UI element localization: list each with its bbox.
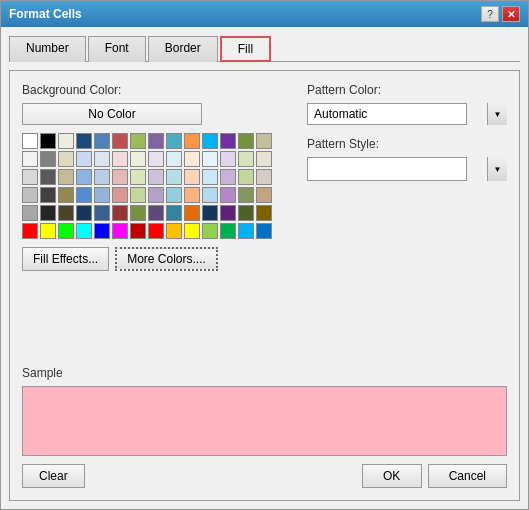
- color-cell-3-9[interactable]: [184, 187, 200, 203]
- color-cell-2-0[interactable]: [22, 169, 38, 185]
- color-cell-1-12[interactable]: [238, 151, 254, 167]
- color-cell-2-8[interactable]: [166, 169, 182, 185]
- color-cell-5-13[interactable]: [256, 223, 272, 239]
- color-cell-2-10[interactable]: [202, 169, 218, 185]
- pattern-color-dropdown[interactable]: Automatic: [307, 103, 467, 125]
- color-cell-2-9[interactable]: [184, 169, 200, 185]
- no-color-button[interactable]: No Color: [22, 103, 202, 125]
- dialog-content: Number Font Border Fill Background Color…: [1, 27, 528, 509]
- color-cell-4-11[interactable]: [220, 205, 236, 221]
- fill-effects-button[interactable]: Fill Effects...: [22, 247, 109, 271]
- color-cell-4-6[interactable]: [130, 205, 146, 221]
- color-cell-1-4[interactable]: [94, 151, 110, 167]
- color-cell-0-0[interactable]: [22, 133, 38, 149]
- color-cell-5-12[interactable]: [238, 223, 254, 239]
- color-cell-2-7[interactable]: [148, 169, 164, 185]
- color-cell-4-3[interactable]: [76, 205, 92, 221]
- color-cell-0-4[interactable]: [94, 133, 110, 149]
- color-cell-0-8[interactable]: [166, 133, 182, 149]
- ok-button[interactable]: OK: [362, 464, 422, 488]
- color-cell-1-2[interactable]: [58, 151, 74, 167]
- tab-number[interactable]: Number: [9, 36, 86, 62]
- color-cell-3-1[interactable]: [40, 187, 56, 203]
- color-cell-0-11[interactable]: [220, 133, 236, 149]
- color-cell-2-6[interactable]: [130, 169, 146, 185]
- tab-font[interactable]: Font: [88, 36, 146, 62]
- color-cell-5-2[interactable]: [58, 223, 74, 239]
- color-cell-5-4[interactable]: [94, 223, 110, 239]
- color-cell-5-7[interactable]: [148, 223, 164, 239]
- help-button[interactable]: ?: [481, 6, 499, 22]
- color-cell-2-11[interactable]: [220, 169, 236, 185]
- color-cell-1-10[interactable]: [202, 151, 218, 167]
- color-cell-3-0[interactable]: [22, 187, 38, 203]
- color-cell-0-13[interactable]: [256, 133, 272, 149]
- color-cell-5-10[interactable]: [202, 223, 218, 239]
- color-cell-4-13[interactable]: [256, 205, 272, 221]
- color-cell-5-5[interactable]: [112, 223, 128, 239]
- color-cell-0-1[interactable]: [40, 133, 56, 149]
- color-cell-3-11[interactable]: [220, 187, 236, 203]
- color-cell-1-11[interactable]: [220, 151, 236, 167]
- tab-border[interactable]: Border: [148, 36, 218, 62]
- color-cell-1-3[interactable]: [76, 151, 92, 167]
- color-cell-5-6[interactable]: [130, 223, 146, 239]
- color-cell-3-2[interactable]: [58, 187, 74, 203]
- color-cell-5-8[interactable]: [166, 223, 182, 239]
- color-cell-4-10[interactable]: [202, 205, 218, 221]
- pattern-style-dropdown[interactable]: [307, 157, 467, 181]
- color-cell-1-1[interactable]: [40, 151, 56, 167]
- color-cell-4-4[interactable]: [94, 205, 110, 221]
- color-cell-3-7[interactable]: [148, 187, 164, 203]
- color-cell-1-13[interactable]: [256, 151, 272, 167]
- color-cell-4-1[interactable]: [40, 205, 56, 221]
- clear-button[interactable]: Clear: [22, 464, 85, 488]
- style-dropdown-arrow-icon: ▼: [487, 157, 507, 181]
- color-cell-2-12[interactable]: [238, 169, 254, 185]
- color-cell-4-12[interactable]: [238, 205, 254, 221]
- color-cell-3-13[interactable]: [256, 187, 272, 203]
- color-cell-2-4[interactable]: [94, 169, 110, 185]
- color-cell-0-9[interactable]: [184, 133, 200, 149]
- cancel-button[interactable]: Cancel: [428, 464, 507, 488]
- color-cell-3-8[interactable]: [166, 187, 182, 203]
- color-cell-4-9[interactable]: [184, 205, 200, 221]
- color-cell-4-0[interactable]: [22, 205, 38, 221]
- color-cell-1-5[interactable]: [112, 151, 128, 167]
- color-cell-5-3[interactable]: [76, 223, 92, 239]
- color-cell-1-9[interactable]: [184, 151, 200, 167]
- color-cell-0-6[interactable]: [130, 133, 146, 149]
- color-cell-0-2[interactable]: [58, 133, 74, 149]
- color-cell-4-7[interactable]: [148, 205, 164, 221]
- color-cell-1-6[interactable]: [130, 151, 146, 167]
- color-cell-5-9[interactable]: [184, 223, 200, 239]
- color-cell-3-4[interactable]: [94, 187, 110, 203]
- color-cell-0-5[interactable]: [112, 133, 128, 149]
- tab-fill[interactable]: Fill: [220, 36, 271, 62]
- color-cell-2-13[interactable]: [256, 169, 272, 185]
- color-cell-1-8[interactable]: [166, 151, 182, 167]
- color-cell-1-0[interactable]: [22, 151, 38, 167]
- color-cell-2-1[interactable]: [40, 169, 56, 185]
- more-colors-button[interactable]: More Colors....: [115, 247, 218, 271]
- color-cell-1-7[interactable]: [148, 151, 164, 167]
- close-button[interactable]: ✕: [502, 6, 520, 22]
- color-cell-4-5[interactable]: [112, 205, 128, 221]
- color-cell-5-0[interactable]: [22, 223, 38, 239]
- color-cell-0-3[interactable]: [76, 133, 92, 149]
- color-cell-2-2[interactable]: [58, 169, 74, 185]
- color-cell-5-11[interactable]: [220, 223, 236, 239]
- color-cell-3-5[interactable]: [112, 187, 128, 203]
- color-cell-3-12[interactable]: [238, 187, 254, 203]
- color-cell-3-3[interactable]: [76, 187, 92, 203]
- color-cell-0-10[interactable]: [202, 133, 218, 149]
- color-cell-3-10[interactable]: [202, 187, 218, 203]
- color-cell-0-12[interactable]: [238, 133, 254, 149]
- color-cell-5-1[interactable]: [40, 223, 56, 239]
- color-cell-0-7[interactable]: [148, 133, 164, 149]
- color-cell-3-6[interactable]: [130, 187, 146, 203]
- color-cell-2-5[interactable]: [112, 169, 128, 185]
- color-cell-2-3[interactable]: [76, 169, 92, 185]
- color-cell-4-2[interactable]: [58, 205, 74, 221]
- color-cell-4-8[interactable]: [166, 205, 182, 221]
